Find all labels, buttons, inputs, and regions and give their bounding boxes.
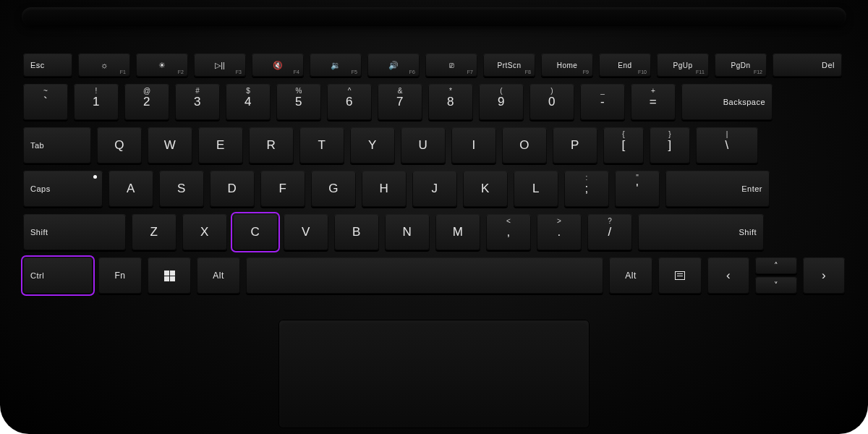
key-f8[interactable]: PrtScnF8 xyxy=(483,54,535,77)
key-f7[interactable]: ⎚F7 xyxy=(425,54,477,77)
key-space[interactable] xyxy=(246,258,603,294)
key-l[interactable]: L xyxy=(514,171,558,207)
key-d[interactable]: D xyxy=(210,171,255,207)
key-g[interactable]: G xyxy=(311,171,356,207)
menu-icon xyxy=(675,271,685,280)
key-p[interactable]: P xyxy=(553,127,597,163)
key-v[interactable]: V xyxy=(284,214,328,250)
key-f4[interactable]: 🔇F4 xyxy=(252,54,304,77)
key-u[interactable]: U xyxy=(401,127,446,163)
key-f10[interactable]: EndF10 xyxy=(599,54,651,77)
key-n[interactable]: N xyxy=(385,214,430,250)
key-z[interactable]: Z xyxy=(132,214,176,250)
row-modifier: Ctrl Fn Alt Alt ‹ ˄ ˅ › xyxy=(23,258,845,294)
key-f2[interactable]: ☀F2 xyxy=(136,54,188,77)
row-zxcv: Shift Z X C V B N M <, >. ?/ Shift xyxy=(23,214,845,250)
key-backspace[interactable]: Backspace xyxy=(681,84,773,120)
key-j[interactable]: J xyxy=(412,171,457,207)
keyboard-device: Esc ☼F1 ☀F2 ▷||F3 🔇F4 🔉F5 🔊F6 ⎚F7 PrtScn… xyxy=(0,0,868,434)
brightness-up-icon: ☀ xyxy=(158,61,166,69)
key-lbracket[interactable]: {[ xyxy=(603,127,644,163)
key-i[interactable]: I xyxy=(451,127,496,163)
keyboard: Esc ☼F1 ☀F2 ▷||F3 🔇F4 🔉F5 🔊F6 ⎚F7 PrtScn… xyxy=(23,54,845,301)
key-alt-left[interactable]: Alt xyxy=(197,258,240,294)
key-6[interactable]: ^6 xyxy=(327,84,372,120)
volume-down-icon: 🔉 xyxy=(331,61,341,69)
row-number: ~` !1 @2 #3 $4 %5 ^6 &7 *8 (9 )0 _- += B… xyxy=(23,84,845,120)
key-b[interactable]: B xyxy=(334,214,379,250)
key-8[interactable]: *8 xyxy=(428,84,473,120)
key-period[interactable]: >. xyxy=(537,214,582,250)
key-shift-right[interactable]: Shift xyxy=(638,214,764,250)
play-pause-icon: ▷|| xyxy=(215,61,225,69)
key-e[interactable]: E xyxy=(198,127,243,163)
key-menu[interactable] xyxy=(658,258,702,294)
key-m[interactable]: M xyxy=(435,214,480,250)
key-del[interactable]: Del xyxy=(773,54,842,77)
row-asdf: Caps A S D F G H J K L :; "' Enter xyxy=(23,171,845,207)
key-w[interactable]: W xyxy=(148,127,192,163)
mute-icon: 🔇 xyxy=(273,61,283,69)
key-f1[interactable]: ☼F1 xyxy=(78,54,130,77)
key-arrow-right[interactable]: › xyxy=(803,258,845,294)
key-2[interactable]: @2 xyxy=(124,84,169,120)
key-ctrl[interactable]: Ctrl xyxy=(23,258,93,294)
key-t[interactable]: T xyxy=(299,127,344,163)
key-tab[interactable]: Tab xyxy=(23,127,91,163)
key-minus[interactable]: _- xyxy=(580,84,625,120)
key-f12[interactable]: PgDnF12 xyxy=(715,54,767,77)
brightness-down-icon: ☼ xyxy=(101,61,108,69)
row-function: Esc ☼F1 ☀F2 ▷||F3 🔇F4 🔉F5 🔊F6 ⎚F7 PrtScn… xyxy=(23,54,845,77)
key-f3[interactable]: ▷||F3 xyxy=(194,54,246,77)
key-r[interactable]: R xyxy=(249,127,294,163)
key-9[interactable]: (9 xyxy=(479,84,524,120)
key-arrow-down[interactable]: ˅ xyxy=(755,277,797,294)
key-0[interactable]: )0 xyxy=(529,84,574,120)
hinge-bar xyxy=(22,7,846,26)
key-f11[interactable]: PgUpF11 xyxy=(657,54,709,77)
key-f5[interactable]: 🔉F5 xyxy=(310,54,362,77)
key-c[interactable]: C xyxy=(233,214,278,250)
key-fn[interactable]: Fn xyxy=(98,258,142,294)
key-7[interactable]: &7 xyxy=(378,84,422,120)
key-arrow-left[interactable]: ‹ xyxy=(707,258,749,294)
kbd-backlight-icon: ⎚ xyxy=(449,61,454,69)
key-equals[interactable]: += xyxy=(631,84,676,120)
key-enter[interactable]: Enter xyxy=(665,171,770,207)
key-5[interactable]: %5 xyxy=(276,84,321,120)
key-alt-right[interactable]: Alt xyxy=(609,258,652,294)
row-qwerty: Tab Q W E R T Y U I O P {[ }] |\ xyxy=(23,127,845,163)
key-s[interactable]: S xyxy=(159,171,204,207)
key-4[interactable]: $4 xyxy=(226,84,271,120)
key-capslock[interactable]: Caps xyxy=(23,171,103,207)
key-3[interactable]: #3 xyxy=(175,84,220,120)
key-q[interactable]: Q xyxy=(97,127,142,163)
key-f9[interactable]: HomeF9 xyxy=(541,54,593,77)
key-slash[interactable]: ?/ xyxy=(587,214,632,250)
key-arrow-up[interactable]: ˄ xyxy=(755,258,797,274)
key-windows[interactable] xyxy=(148,258,191,294)
key-semicolon[interactable]: :; xyxy=(564,171,609,207)
key-f6[interactable]: 🔊F6 xyxy=(367,54,420,77)
key-comma[interactable]: <, xyxy=(486,214,531,250)
key-f[interactable]: F xyxy=(260,171,305,207)
key-backslash[interactable]: |\ xyxy=(696,127,758,163)
key-k[interactable]: K xyxy=(463,171,508,207)
arrow-updown-column: ˄ ˅ xyxy=(755,258,797,294)
key-1[interactable]: !1 xyxy=(74,84,119,120)
key-x[interactable]: X xyxy=(182,214,227,250)
key-o[interactable]: O xyxy=(502,127,547,163)
key-backtick[interactable]: ~` xyxy=(23,84,68,120)
capslock-indicator-icon xyxy=(93,175,97,179)
key-esc[interactable]: Esc xyxy=(23,54,72,77)
key-quote[interactable]: "' xyxy=(615,171,660,207)
trackpad[interactable] xyxy=(278,320,590,428)
key-h[interactable]: H xyxy=(362,171,407,207)
volume-up-icon: 🔊 xyxy=(388,61,399,69)
key-a[interactable]: A xyxy=(109,171,153,207)
key-shift-left[interactable]: Shift xyxy=(23,214,126,250)
key-y[interactable]: Y xyxy=(350,127,395,163)
windows-icon xyxy=(164,271,175,281)
key-rbracket[interactable]: }] xyxy=(650,127,690,163)
